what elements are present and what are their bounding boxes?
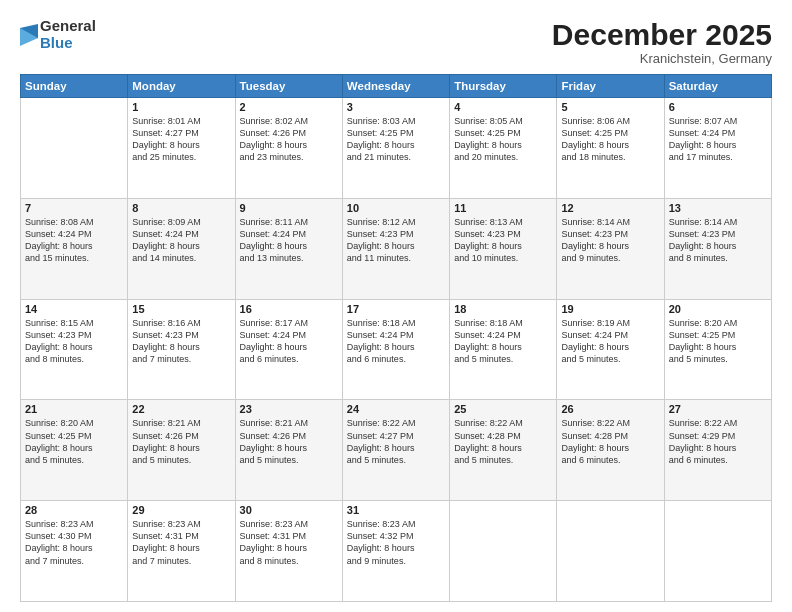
day-info: Sunrise: 8:21 AM Sunset: 4:26 PM Dayligh…	[132, 417, 230, 466]
day-header-saturday: Saturday	[664, 75, 771, 98]
day-header-friday: Friday	[557, 75, 664, 98]
day-number: 16	[240, 303, 338, 315]
calendar-cell: 2Sunrise: 8:02 AM Sunset: 4:26 PM Daylig…	[235, 98, 342, 199]
day-header-wednesday: Wednesday	[342, 75, 449, 98]
day-info: Sunrise: 8:15 AM Sunset: 4:23 PM Dayligh…	[25, 317, 123, 366]
day-info: Sunrise: 8:12 AM Sunset: 4:23 PM Dayligh…	[347, 216, 445, 265]
day-number: 1	[132, 101, 230, 113]
calendar-cell: 6Sunrise: 8:07 AM Sunset: 4:24 PM Daylig…	[664, 98, 771, 199]
calendar-cell: 22Sunrise: 8:21 AM Sunset: 4:26 PM Dayli…	[128, 400, 235, 501]
day-header-monday: Monday	[128, 75, 235, 98]
day-number: 8	[132, 202, 230, 214]
day-number: 12	[561, 202, 659, 214]
day-info: Sunrise: 8:08 AM Sunset: 4:24 PM Dayligh…	[25, 216, 123, 265]
day-info: Sunrise: 8:21 AM Sunset: 4:26 PM Dayligh…	[240, 417, 338, 466]
day-number: 11	[454, 202, 552, 214]
calendar-cell: 21Sunrise: 8:20 AM Sunset: 4:25 PM Dayli…	[21, 400, 128, 501]
week-row-4: 21Sunrise: 8:20 AM Sunset: 4:25 PM Dayli…	[21, 400, 772, 501]
calendar-cell	[450, 501, 557, 602]
day-number: 20	[669, 303, 767, 315]
logo: General Blue	[20, 18, 96, 51]
calendar-cell: 20Sunrise: 8:20 AM Sunset: 4:25 PM Dayli…	[664, 299, 771, 400]
calendar-cell: 17Sunrise: 8:18 AM Sunset: 4:24 PM Dayli…	[342, 299, 449, 400]
logo-text: General Blue	[40, 18, 96, 51]
day-number: 29	[132, 504, 230, 516]
calendar-cell: 24Sunrise: 8:22 AM Sunset: 4:27 PM Dayli…	[342, 400, 449, 501]
day-info: Sunrise: 8:17 AM Sunset: 4:24 PM Dayligh…	[240, 317, 338, 366]
day-info: Sunrise: 8:03 AM Sunset: 4:25 PM Dayligh…	[347, 115, 445, 164]
month-title: December 2025	[552, 18, 772, 51]
day-info: Sunrise: 8:20 AM Sunset: 4:25 PM Dayligh…	[25, 417, 123, 466]
calendar-cell: 3Sunrise: 8:03 AM Sunset: 4:25 PM Daylig…	[342, 98, 449, 199]
calendar-cell: 29Sunrise: 8:23 AM Sunset: 4:31 PM Dayli…	[128, 501, 235, 602]
day-info: Sunrise: 8:11 AM Sunset: 4:24 PM Dayligh…	[240, 216, 338, 265]
day-header-thursday: Thursday	[450, 75, 557, 98]
week-row-1: 1Sunrise: 8:01 AM Sunset: 4:27 PM Daylig…	[21, 98, 772, 199]
day-info: Sunrise: 8:18 AM Sunset: 4:24 PM Dayligh…	[454, 317, 552, 366]
day-info: Sunrise: 8:14 AM Sunset: 4:23 PM Dayligh…	[561, 216, 659, 265]
day-number: 22	[132, 403, 230, 415]
calendar-cell: 19Sunrise: 8:19 AM Sunset: 4:24 PM Dayli…	[557, 299, 664, 400]
day-number: 23	[240, 403, 338, 415]
week-row-3: 14Sunrise: 8:15 AM Sunset: 4:23 PM Dayli…	[21, 299, 772, 400]
day-info: Sunrise: 8:20 AM Sunset: 4:25 PM Dayligh…	[669, 317, 767, 366]
calendar-cell: 30Sunrise: 8:23 AM Sunset: 4:31 PM Dayli…	[235, 501, 342, 602]
day-info: Sunrise: 8:14 AM Sunset: 4:23 PM Dayligh…	[669, 216, 767, 265]
calendar-cell: 1Sunrise: 8:01 AM Sunset: 4:27 PM Daylig…	[128, 98, 235, 199]
title-block: December 2025 Kranichstein, Germany	[552, 18, 772, 66]
calendar-cell: 28Sunrise: 8:23 AM Sunset: 4:30 PM Dayli…	[21, 501, 128, 602]
day-info: Sunrise: 8:23 AM Sunset: 4:32 PM Dayligh…	[347, 518, 445, 567]
calendar-cell: 12Sunrise: 8:14 AM Sunset: 4:23 PM Dayli…	[557, 198, 664, 299]
logo-icon	[20, 24, 38, 46]
day-number: 21	[25, 403, 123, 415]
calendar-cell: 23Sunrise: 8:21 AM Sunset: 4:26 PM Dayli…	[235, 400, 342, 501]
day-number: 10	[347, 202, 445, 214]
header: General Blue December 2025 Kranichstein,…	[20, 18, 772, 66]
calendar-header-row: SundayMondayTuesdayWednesdayThursdayFrid…	[21, 75, 772, 98]
day-number: 18	[454, 303, 552, 315]
day-number: 27	[669, 403, 767, 415]
day-number: 24	[347, 403, 445, 415]
day-info: Sunrise: 8:18 AM Sunset: 4:24 PM Dayligh…	[347, 317, 445, 366]
day-number: 9	[240, 202, 338, 214]
calendar-cell: 5Sunrise: 8:06 AM Sunset: 4:25 PM Daylig…	[557, 98, 664, 199]
day-header-tuesday: Tuesday	[235, 75, 342, 98]
day-number: 31	[347, 504, 445, 516]
calendar-cell: 7Sunrise: 8:08 AM Sunset: 4:24 PM Daylig…	[21, 198, 128, 299]
day-info: Sunrise: 8:22 AM Sunset: 4:29 PM Dayligh…	[669, 417, 767, 466]
day-number: 17	[347, 303, 445, 315]
day-info: Sunrise: 8:22 AM Sunset: 4:28 PM Dayligh…	[454, 417, 552, 466]
day-info: Sunrise: 8:09 AM Sunset: 4:24 PM Dayligh…	[132, 216, 230, 265]
calendar-cell: 10Sunrise: 8:12 AM Sunset: 4:23 PM Dayli…	[342, 198, 449, 299]
day-number: 19	[561, 303, 659, 315]
day-info: Sunrise: 8:06 AM Sunset: 4:25 PM Dayligh…	[561, 115, 659, 164]
week-row-2: 7Sunrise: 8:08 AM Sunset: 4:24 PM Daylig…	[21, 198, 772, 299]
day-info: Sunrise: 8:13 AM Sunset: 4:23 PM Dayligh…	[454, 216, 552, 265]
calendar-cell: 13Sunrise: 8:14 AM Sunset: 4:23 PM Dayli…	[664, 198, 771, 299]
day-number: 3	[347, 101, 445, 113]
calendar-cell: 31Sunrise: 8:23 AM Sunset: 4:32 PM Dayli…	[342, 501, 449, 602]
day-info: Sunrise: 8:16 AM Sunset: 4:23 PM Dayligh…	[132, 317, 230, 366]
day-header-sunday: Sunday	[21, 75, 128, 98]
day-number: 2	[240, 101, 338, 113]
day-number: 25	[454, 403, 552, 415]
calendar-cell: 27Sunrise: 8:22 AM Sunset: 4:29 PM Dayli…	[664, 400, 771, 501]
day-info: Sunrise: 8:23 AM Sunset: 4:31 PM Dayligh…	[240, 518, 338, 567]
day-info: Sunrise: 8:19 AM Sunset: 4:24 PM Dayligh…	[561, 317, 659, 366]
day-number: 5	[561, 101, 659, 113]
calendar-cell: 4Sunrise: 8:05 AM Sunset: 4:25 PM Daylig…	[450, 98, 557, 199]
calendar-cell: 26Sunrise: 8:22 AM Sunset: 4:28 PM Dayli…	[557, 400, 664, 501]
day-number: 4	[454, 101, 552, 113]
location: Kranichstein, Germany	[552, 51, 772, 66]
calendar-cell	[21, 98, 128, 199]
logo-general: General	[40, 18, 96, 35]
day-info: Sunrise: 8:23 AM Sunset: 4:30 PM Dayligh…	[25, 518, 123, 567]
calendar-cell: 16Sunrise: 8:17 AM Sunset: 4:24 PM Dayli…	[235, 299, 342, 400]
day-info: Sunrise: 8:07 AM Sunset: 4:24 PM Dayligh…	[669, 115, 767, 164]
day-number: 13	[669, 202, 767, 214]
day-number: 28	[25, 504, 123, 516]
day-info: Sunrise: 8:05 AM Sunset: 4:25 PM Dayligh…	[454, 115, 552, 164]
day-number: 6	[669, 101, 767, 113]
calendar-cell: 8Sunrise: 8:09 AM Sunset: 4:24 PM Daylig…	[128, 198, 235, 299]
day-info: Sunrise: 8:01 AM Sunset: 4:27 PM Dayligh…	[132, 115, 230, 164]
